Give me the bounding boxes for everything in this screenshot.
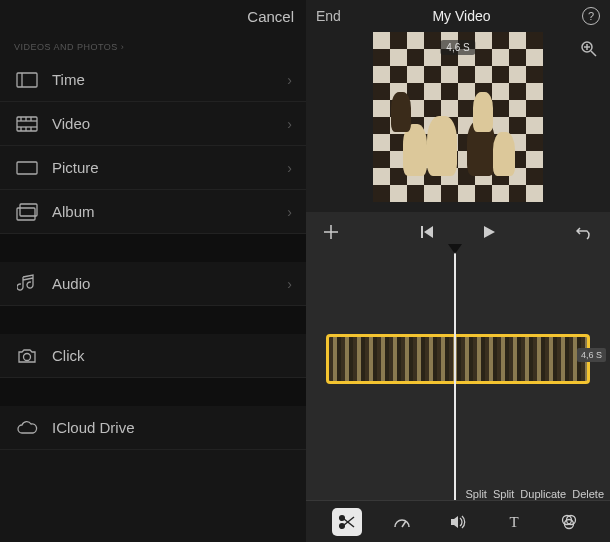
undo-button[interactable]: [574, 221, 596, 243]
menu-item-picture[interactable]: Picture ›: [0, 146, 306, 190]
album-icon: [14, 203, 40, 221]
speed-tool[interactable]: [387, 508, 417, 536]
svg-rect-2: [17, 117, 37, 131]
audio-icon: [14, 274, 40, 294]
video-icon: [14, 116, 40, 132]
svg-line-28: [402, 521, 406, 527]
menu-label: Audio: [52, 275, 90, 292]
chevron-right-icon: ›: [287, 204, 292, 220]
volume-tool[interactable]: [443, 508, 473, 536]
menu-item-album[interactable]: Album ›: [0, 190, 306, 234]
menu-separator: [0, 234, 306, 262]
svg-rect-11: [17, 162, 37, 174]
play-button[interactable]: [478, 221, 500, 243]
preview-duration-badge: 4,6 S: [440, 40, 475, 55]
playhead[interactable]: [454, 252, 456, 508]
menu-item-click[interactable]: Click: [0, 334, 306, 378]
project-title: My Video: [432, 8, 490, 24]
menu-item-audio[interactable]: Audio ›: [0, 262, 306, 306]
zoom-in-icon[interactable]: [580, 40, 600, 60]
menu-label: Time: [52, 71, 85, 88]
svg-marker-23: [484, 226, 495, 238]
svg-marker-22: [424, 226, 433, 238]
chevron-right-icon: ›: [287, 116, 292, 132]
svg-text:T: T: [509, 514, 518, 530]
split-action-2[interactable]: Split: [493, 488, 514, 500]
menu-separator: [0, 306, 306, 334]
scissors-tool[interactable]: [332, 508, 362, 536]
duplicate-action[interactable]: Duplicate: [520, 488, 566, 500]
video-preview: 4,6 S: [306, 32, 610, 212]
icloud-icon: [14, 420, 40, 436]
skip-back-button[interactable]: [416, 221, 438, 243]
menu-label: ICloud Drive: [52, 419, 135, 436]
add-media-button[interactable]: [320, 221, 342, 243]
menu-label: Video: [52, 115, 90, 132]
svg-point-14: [24, 353, 31, 360]
menu-label: Picture: [52, 159, 99, 176]
cancel-button[interactable]: Cancel: [247, 8, 294, 25]
chevron-right-icon: ›: [287, 276, 292, 292]
chevron-right-icon: ›: [287, 160, 292, 176]
clip-edit-actions: Split Split Duplicate Delete: [466, 488, 604, 500]
end-button[interactable]: End: [316, 8, 341, 24]
menu-item-video[interactable]: Video ›: [0, 102, 306, 146]
help-icon[interactable]: ?: [582, 7, 600, 25]
menu-label: Click: [52, 347, 85, 364]
text-tool[interactable]: T: [499, 508, 529, 536]
filter-tool[interactable]: [554, 508, 584, 536]
svg-rect-0: [17, 73, 37, 87]
menu-separator: [0, 378, 306, 406]
time-icon: [14, 72, 40, 88]
camera-icon: [14, 347, 40, 365]
chevron-right-icon: ›: [287, 72, 292, 88]
svg-line-16: [591, 51, 596, 56]
video-clip[interactable]: [326, 334, 590, 384]
menu-item-icloud[interactable]: ICloud Drive: [0, 406, 306, 450]
menu-label: Album: [52, 203, 95, 220]
timeline[interactable]: 4,6 S Split Split Duplicate Delete T: [306, 252, 610, 542]
svg-marker-29: [451, 516, 458, 528]
preview-thumbnail: 4,6 S: [373, 32, 543, 202]
picture-icon: [14, 160, 40, 176]
split-action[interactable]: Split: [466, 488, 487, 500]
clip-duration-badge: 4,6 S: [577, 348, 606, 362]
svg-rect-21: [421, 226, 423, 238]
menu-item-time[interactable]: Time ›: [0, 58, 306, 102]
media-section-header: VIDEOS AND PHOTOS ›: [0, 32, 306, 58]
delete-action[interactable]: Delete: [572, 488, 604, 500]
